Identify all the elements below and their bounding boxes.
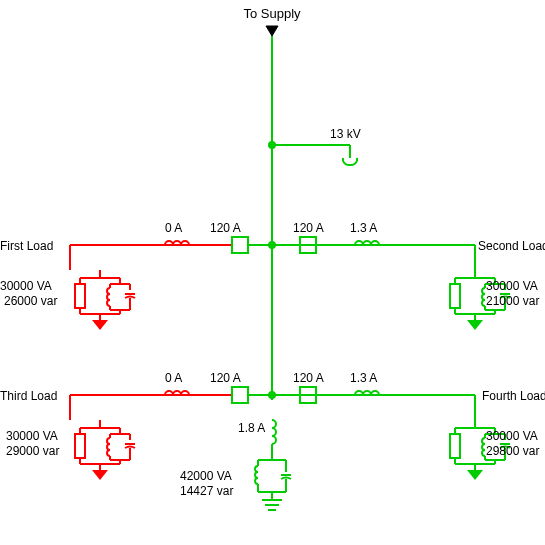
- svg-rect-32: [232, 237, 248, 253]
- supply-arrow-icon: [266, 26, 278, 36]
- center-load-va: 42000 VA: [180, 469, 232, 483]
- second-load-va: 30000 VA: [486, 279, 538, 293]
- power-distribution-diagram: To Supply: [0, 0, 545, 545]
- first-load-icon: [75, 270, 135, 330]
- first-load-name: First Load: [0, 239, 53, 253]
- third-load-var: 29000 var: [6, 444, 59, 458]
- third-load-name: Third Load: [0, 389, 57, 403]
- fourth-load-var: 29800 var: [486, 444, 539, 458]
- svg-marker-17: [266, 26, 278, 36]
- svg-rect-33: [232, 387, 248, 403]
- center-load-current: 1.8 A: [238, 421, 265, 435]
- second-load-name: Second Load: [478, 239, 545, 253]
- svg-point-21: [269, 142, 275, 148]
- first-load-va: 30000 VA: [0, 279, 52, 293]
- bus-top-left-box-current: 120 A: [210, 221, 241, 235]
- energized-network: [232, 36, 510, 510]
- fourth-load-va: 30000 VA: [486, 429, 538, 443]
- supply-title: To Supply: [243, 6, 301, 21]
- deenergized-network: [70, 241, 231, 480]
- fourth-load-name: Fourth Load: [482, 389, 545, 403]
- bus-bottom-left-inductor-current: 0 A: [165, 371, 182, 385]
- third-load-icon: [75, 420, 135, 480]
- third-load-va: 30000 VA: [6, 429, 58, 443]
- bus-top-right-box-current: 120 A: [293, 221, 324, 235]
- bus-bottom-right-inductor-current: 1.3 A: [350, 371, 377, 385]
- second-load-var: 21000 var: [486, 294, 539, 308]
- bus-bottom-left-box-current: 120 A: [210, 371, 241, 385]
- bus-bottom-right-box-current: 120 A: [293, 371, 324, 385]
- bus-top-right-inductor-current: 1.3 A: [350, 221, 377, 235]
- first-load-var: 26000 var: [4, 294, 57, 308]
- source-voltage-label: 13 kV: [330, 127, 361, 141]
- center-load-var: 14427 var: [180, 484, 233, 498]
- bus-top-left-inductor-current: 0 A: [165, 221, 182, 235]
